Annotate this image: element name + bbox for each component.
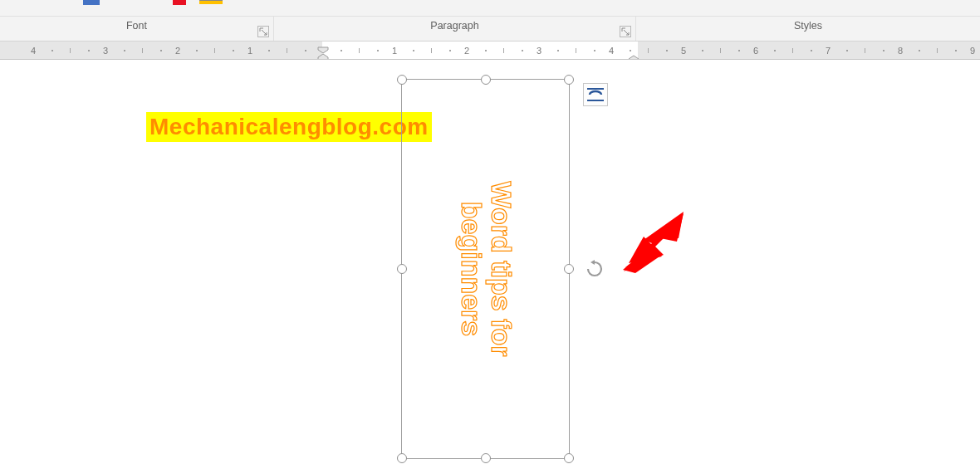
- ruler-active: [322, 42, 638, 60]
- ribbon-group-font: Font: [0, 17, 274, 41]
- rotate-handle[interactable]: [586, 260, 604, 278]
- resize-handle-middle-left[interactable]: [397, 264, 407, 274]
- horizontal-ruler[interactable]: 4 3 2 1 1 2 3 4 5 6 7 8 9: [0, 42, 980, 60]
- ruler-number: 8: [898, 42, 903, 60]
- ribbon-icon-peek: [199, 0, 223, 7]
- ribbon-icon-peek: [173, 0, 186, 7]
- svg-rect-6: [587, 100, 604, 101]
- annotation-arrow: [619, 205, 693, 280]
- ruler-number: 1: [392, 42, 397, 60]
- layout-options-icon: [586, 86, 605, 103]
- arrow-icon: [619, 205, 693, 280]
- ribbon-group-label: Styles: [794, 20, 822, 32]
- svg-marker-1: [318, 54, 328, 60]
- textbox-selection[interactable]: Word tips for beginners: [401, 79, 570, 459]
- layout-options-button[interactable]: [583, 83, 608, 106]
- ribbon-group-label: Paragraph: [430, 20, 478, 32]
- ribbon-icon-peek: [83, 0, 100, 7]
- textbox-rotated-text: Word tips for beginners: [456, 182, 515, 357]
- dialog-launcher-icon: [621, 27, 630, 36]
- document-area[interactable]: Mechanicalengblog.com Word tips for begi…: [0, 60, 980, 469]
- dialog-launcher-paragraph[interactable]: [620, 26, 631, 37]
- svg-rect-5: [587, 88, 604, 90]
- resize-handle-top-right[interactable]: [564, 75, 574, 85]
- hanging-indent-marker[interactable]: [317, 51, 329, 60]
- highlighted-watermark-text: Mechanicalengblog.com: [146, 112, 432, 142]
- svg-marker-4: [590, 260, 595, 265]
- dialog-launcher-icon: [259, 27, 267, 36]
- ruler-number: 9: [970, 42, 975, 60]
- ribbon-group-styles: Styles: [636, 17, 980, 41]
- ribbon-top-strip: [0, 0, 980, 17]
- right-indent-marker[interactable]: [628, 51, 639, 60]
- dialog-launcher-font[interactable]: [257, 26, 269, 37]
- ruler-number: 3: [103, 42, 108, 60]
- resize-handle-bottom-middle[interactable]: [481, 453, 491, 463]
- resize-handle-middle-right[interactable]: [564, 264, 574, 274]
- ruler-number: 2: [464, 42, 469, 60]
- textbox-line2: beginners: [456, 202, 488, 336]
- ruler-number: 2: [175, 42, 180, 60]
- ruler-number: 6: [753, 42, 758, 60]
- ribbon-group-paragraph: Paragraph: [274, 17, 636, 41]
- ruler-margin-right: [638, 42, 980, 60]
- resize-handle-top-left[interactable]: [397, 75, 407, 85]
- resize-handle-bottom-left[interactable]: [397, 453, 407, 463]
- textbox-line1: Word tips for: [485, 182, 517, 357]
- ruler-number: 1: [247, 42, 252, 60]
- rotate-handle-icon: [586, 260, 604, 278]
- resize-handle-bottom-right[interactable]: [564, 453, 574, 463]
- ruler-number: 4: [609, 42, 614, 60]
- ribbon-groups-row: Font Paragraph Styles: [0, 17, 980, 42]
- ruler-number: 7: [826, 42, 831, 60]
- ruler-number: 4: [31, 42, 36, 60]
- ruler-number: 3: [537, 42, 541, 60]
- resize-handle-top-middle[interactable]: [481, 75, 491, 85]
- ribbon-group-label: Font: [126, 20, 147, 32]
- svg-marker-10: [624, 212, 684, 271]
- ruler-number: 5: [681, 42, 686, 60]
